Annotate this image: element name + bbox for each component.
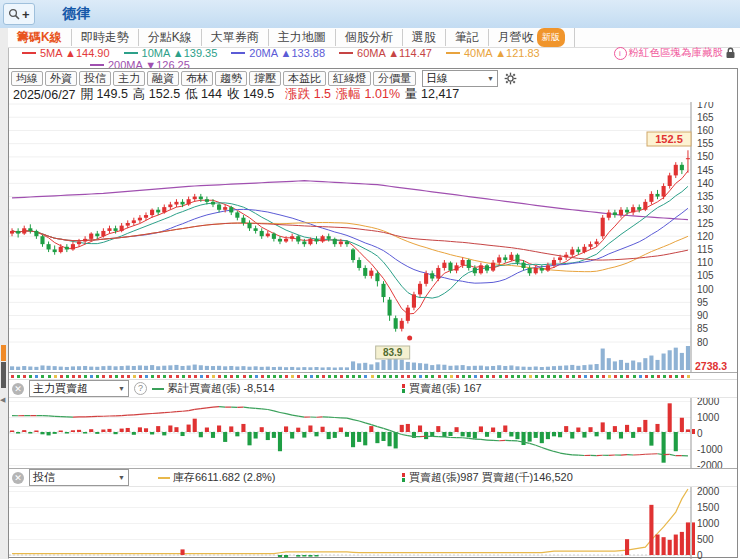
chevron-down-icon: ▼ [487,75,494,82]
svg-text:80: 80 [697,337,709,348]
new-badge: 新版 [537,28,565,47]
main-candlestick-chart[interactable]: 1701651601551501451401351301251201151101… [9,102,737,372]
panel3-indicator-value: 投信 [33,470,55,485]
svg-text:155: 155 [697,138,714,149]
svg-text:125: 125 [697,218,714,229]
quote-close: 149.5 [243,87,274,101]
svg-text:150: 150 [697,151,714,162]
svg-text:160: 160 [697,125,714,136]
tab-2[interactable]: 分點K線 [139,29,202,46]
strip-drag-handle[interactable] [1,362,6,388]
svg-text:85: 85 [697,323,709,334]
panel2-indicator-select[interactable]: 主力買賣超 ▼ [29,380,129,397]
chart-toolbar: 均線外資投信主力融資布林趨勢撐壓本益比紅綠燈分價量 日線 ▼ [9,69,737,87]
toolbar-button-6[interactable]: 趨勢 [215,71,247,86]
quote-change: 1.5 [314,87,331,101]
toolbar-button-5[interactable]: 布林 [181,71,213,86]
tab-5[interactable]: 個股分析 [336,29,403,46]
ma-legend-20MA: 20MA ▲133.88 [231,47,325,59]
close-icon[interactable]: ✕ [12,383,24,395]
tab-4[interactable]: 主力地圖 [269,29,336,46]
svg-text:120: 120 [697,231,714,242]
ma-legend-row1: 5MA ▲144.9010MA ▲139.3520MA ▲133.8860MA … [8,47,740,59]
svg-text:95: 95 [697,297,709,308]
top-bar: + 德律 [0,0,740,29]
tab-6[interactable]: 選股 [403,29,446,46]
panel2-bar-legend: 買賣超(張) 167 [401,381,482,396]
svg-text:0: 0 [697,550,703,559]
quote-row: 2025/06/27 開 149.5 高 152.5 低 144 收 149.5… [9,87,737,102]
toolbar-button-9[interactable]: 紅綠燈 [328,71,371,86]
main-chart-svg: 1701651601551501451401351301251201151101… [9,102,737,372]
panel3-header: ✕ 投信 ▼ 庫存6611.682 (2.8%) 買賣超(張)987 買賣超(千… [9,468,737,487]
svg-text:2738.3: 2738.3 [695,360,727,372]
svg-text:500: 500 [697,534,714,545]
svg-text:-1000: -1000 [697,444,723,455]
svg-text:83.9: 83.9 [383,347,403,358]
svg-text:1000: 1000 [697,412,720,423]
svg-text:2000: 2000 [697,487,720,497]
help-icon[interactable]: ? [134,382,147,395]
stock-name-tab[interactable]: 德律 [63,5,91,23]
toolbar-button-3[interactable]: 主力 [113,71,145,86]
add-stock-icon[interactable]: + [22,7,30,22]
info-icon: i [614,47,627,60]
strip-orange-marker [1,345,6,361]
quote-date: 2025/06/27 [13,88,76,102]
quote-high: 152.5 [149,87,180,101]
svg-text:1500: 1500 [697,502,720,513]
toolbar-button-1[interactable]: 外資 [45,71,77,86]
svg-text:135: 135 [697,191,714,202]
chevron-down-icon: ▼ [118,474,125,481]
toolbar-button-7[interactable]: 撐壓 [249,71,281,86]
svg-text:145: 145 [697,165,714,176]
tab-1[interactable]: 即時走勢 [72,29,139,46]
svg-text:152.5: 152.5 [655,133,683,145]
toolbar-button-0[interactable]: 均線 [11,71,43,86]
tab-7[interactable]: 筆記 [446,29,489,46]
quote-open: 149.5 [97,87,128,101]
panel3-bar-legend: 買賣超(張)987 買賣超(千)146,520 [401,470,573,485]
svg-text:170: 170 [697,102,714,110]
toolbar-button-2[interactable]: 投信 [79,71,111,86]
stock-search-box[interactable]: + [3,3,35,25]
main-force-bar-chart[interactable]: 200010000-1000-2000 [9,398,737,468]
treasury-note: i 粉紅色區塊為庫藏股 [614,46,737,60]
panel2-indicator-value: 主力買賣超 [33,381,88,396]
svg-text:90: 90 [697,310,709,321]
ma-legend-10MA: 10MA ▲139.35 [124,47,218,59]
close-icon[interactable]: ✕ [12,472,24,484]
panel2-line-legend: 累計買賣超(張) -8,514 [152,381,275,396]
period-select[interactable]: 日線 ▼ [422,70,498,87]
svg-text:-2000: -2000 [697,460,723,468]
panel3-svg: 2000150010005000 [9,487,737,559]
svg-text:2000: 2000 [697,398,720,407]
search-icon [8,8,20,20]
svg-text:0: 0 [697,428,703,439]
chart-panel: 均線外資投信主力融資布林趨勢撐壓本益比紅綠燈分價量 日線 ▼ [8,68,738,558]
panel3-indicator-select[interactable]: 投信 ▼ [29,469,129,486]
svg-text:115: 115 [697,244,713,255]
tab-3[interactable]: 大單券商 [202,29,269,46]
tab-0[interactable]: 籌碼K線 [8,29,72,46]
tab-8[interactable]: 月營收新版 [489,28,575,47]
toolbar-button-10[interactable]: 分價量 [373,71,416,86]
ma-legend-5MA: 5MA ▲144.90 [22,47,110,59]
quote-low: 144 [201,87,222,101]
period-value: 日線 [426,71,448,86]
event-dash-strip [9,372,737,380]
settings-gear-icon[interactable] [504,72,517,85]
toolbar-button-8[interactable]: 本益比 [283,71,326,86]
chip-kline-app: + 德律 ◀ 籌碼K線即時走勢分點K線大單券商主力地圖個股分析選股筆記月營收新版… [0,0,740,559]
collapse-arrow-icon[interactable]: ◀ [0,396,5,404]
quote-change-pct: 1.01% [365,87,400,101]
svg-text:100: 100 [697,284,714,295]
panel2-svg: 200010000-1000-2000 [9,398,737,468]
svg-text:105: 105 [697,270,714,281]
panel2-header: ✕ 主力買賣超 ▼ ? 累計買賣超(張) -8,514 買賣超(張) 167 [9,380,737,398]
toolbar-button-4[interactable]: 融資 [147,71,179,86]
svg-text:1000: 1000 [697,518,720,529]
svg-text:110: 110 [697,257,713,268]
lock-icon[interactable] [725,47,736,59]
trust-bar-chart[interactable]: 2000150010005000 [9,487,737,559]
